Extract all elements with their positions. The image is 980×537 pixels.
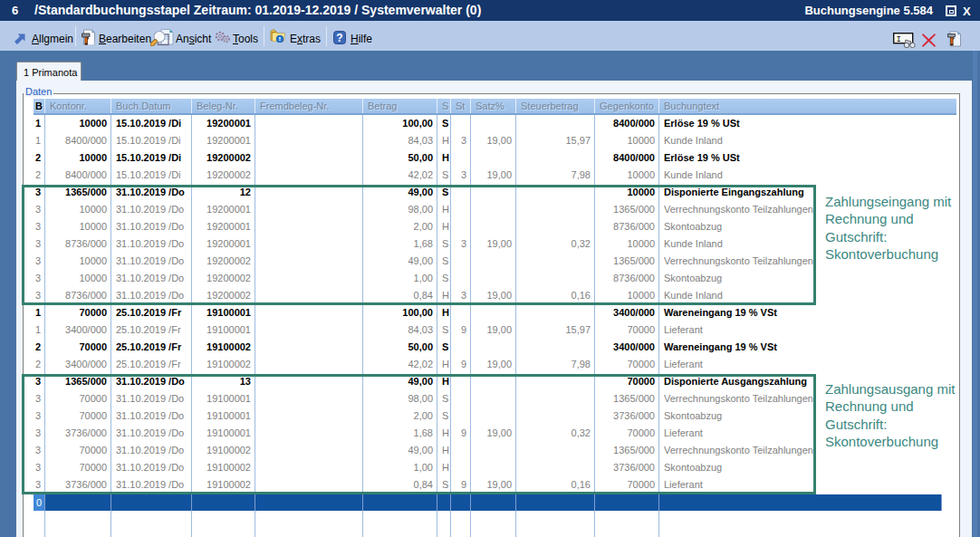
svg-text:I: I <box>897 35 901 44</box>
svg-text:?: ? <box>336 32 342 44</box>
